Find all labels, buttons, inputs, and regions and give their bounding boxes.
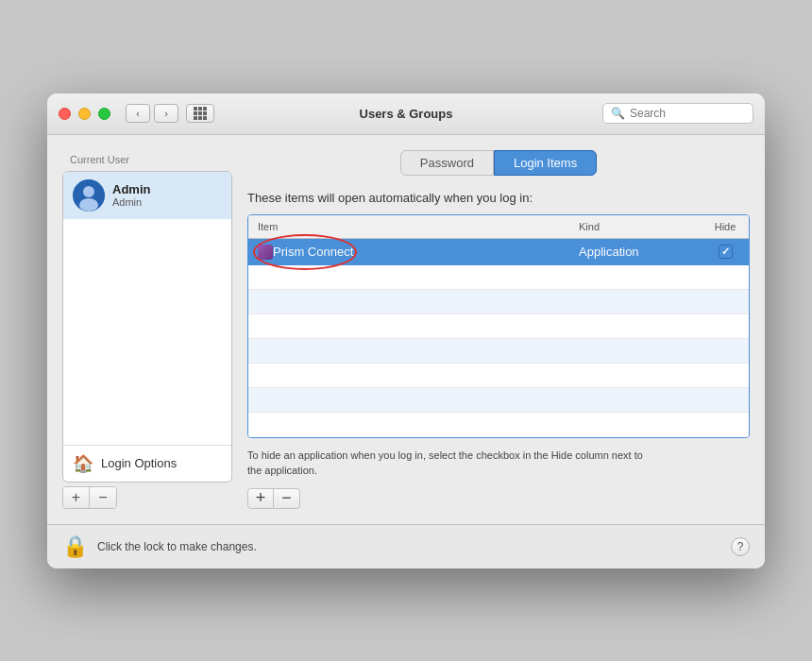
td-kind: Application bbox=[569, 243, 702, 261]
sidebar-remove-button[interactable]: − bbox=[90, 487, 116, 508]
user-info: Admin Admin bbox=[112, 182, 150, 208]
maximize-button[interactable] bbox=[98, 108, 110, 120]
kind-value: Application bbox=[579, 245, 639, 259]
avatar bbox=[73, 179, 105, 212]
search-icon: 🔍 bbox=[611, 107, 625, 120]
window-title: Users & Groups bbox=[360, 107, 453, 121]
empty-row bbox=[248, 339, 749, 364]
nav-buttons: ‹ › bbox=[126, 104, 178, 123]
search-box[interactable]: 🔍 bbox=[602, 103, 753, 124]
tab-login-items[interactable]: Login Items bbox=[494, 150, 597, 176]
td-item: Prism Connect bbox=[248, 243, 569, 262]
svg-point-2 bbox=[79, 198, 98, 212]
col-header-kind: Kind bbox=[569, 219, 702, 234]
empty-row bbox=[248, 388, 749, 413]
hide-checkbox[interactable]: ✓ bbox=[719, 245, 733, 259]
login-items-description: These items will open automatically when… bbox=[247, 191, 750, 205]
main-panel: Password Login Items These items will op… bbox=[247, 150, 750, 509]
lock-icon[interactable]: 🔒 bbox=[62, 534, 88, 559]
sidebar: Current User Admin Admin bbox=[62, 150, 232, 509]
house-icon: 🏠 bbox=[73, 453, 93, 474]
sidebar-spacer bbox=[63, 219, 231, 445]
content-area: Current User Admin Admin bbox=[47, 135, 765, 524]
user-role: Admin bbox=[112, 196, 150, 208]
empty-row bbox=[248, 314, 749, 339]
td-hide[interactable]: ✓ bbox=[702, 243, 749, 261]
add-item-button[interactable]: + bbox=[247, 488, 274, 509]
action-buttons: + − bbox=[247, 488, 750, 509]
titlebar: ‹ › Users & Groups 🔍 bbox=[47, 93, 765, 135]
minimize-button[interactable] bbox=[78, 108, 91, 120]
table-header: Item Kind Hide bbox=[248, 215, 749, 239]
sidebar-action-buttons: + − bbox=[62, 486, 117, 509]
sidebar-add-button[interactable]: + bbox=[63, 487, 90, 508]
help-button[interactable]: ? bbox=[731, 537, 750, 556]
item-wrapper: Prism Connect bbox=[258, 245, 560, 260]
sidebar-list: Admin Admin 🏠 Login Options bbox=[62, 171, 232, 483]
tab-password[interactable]: Password bbox=[400, 150, 494, 176]
svg-point-1 bbox=[83, 186, 94, 197]
user-name: Admin bbox=[112, 182, 150, 196]
sidebar-section-label: Current User bbox=[62, 150, 232, 171]
main-window: ‹ › Users & Groups 🔍 Current User bbox=[47, 93, 765, 568]
table-row[interactable]: Prism Connect Application ✓ bbox=[248, 239, 749, 265]
lock-text: Click the lock to make changes. bbox=[97, 540, 721, 553]
empty-row bbox=[248, 364, 749, 388]
app-icon bbox=[258, 245, 273, 260]
empty-row bbox=[248, 265, 749, 290]
sidebar-item-login-options[interactable]: 🏠 Login Options bbox=[63, 445, 231, 482]
hint-text: To hide an application when you log in, … bbox=[247, 448, 644, 479]
item-name: Prism Connect bbox=[273, 245, 353, 259]
items-table: Item Kind Hide Prism Connect Applicati bbox=[247, 214, 750, 438]
empty-rows bbox=[248, 265, 749, 437]
grid-button[interactable] bbox=[186, 104, 214, 123]
back-button[interactable]: ‹ bbox=[126, 104, 150, 123]
traffic-lights bbox=[59, 108, 110, 120]
remove-item-button[interactable]: − bbox=[274, 488, 300, 509]
tabs-container: Password Login Items bbox=[247, 150, 750, 176]
empty-row bbox=[248, 413, 749, 437]
col-header-item: Item bbox=[248, 219, 569, 234]
login-options-label: Login Options bbox=[101, 456, 177, 470]
sidebar-item-admin[interactable]: Admin Admin bbox=[63, 172, 231, 219]
close-button[interactable] bbox=[59, 108, 71, 120]
empty-row bbox=[248, 290, 749, 314]
col-header-hide: Hide bbox=[702, 219, 749, 234]
forward-button[interactable]: › bbox=[154, 104, 178, 123]
grid-icon bbox=[194, 107, 207, 120]
bottom-bar: 🔒 Click the lock to make changes. ? bbox=[47, 524, 765, 568]
search-input[interactable] bbox=[630, 107, 745, 120]
